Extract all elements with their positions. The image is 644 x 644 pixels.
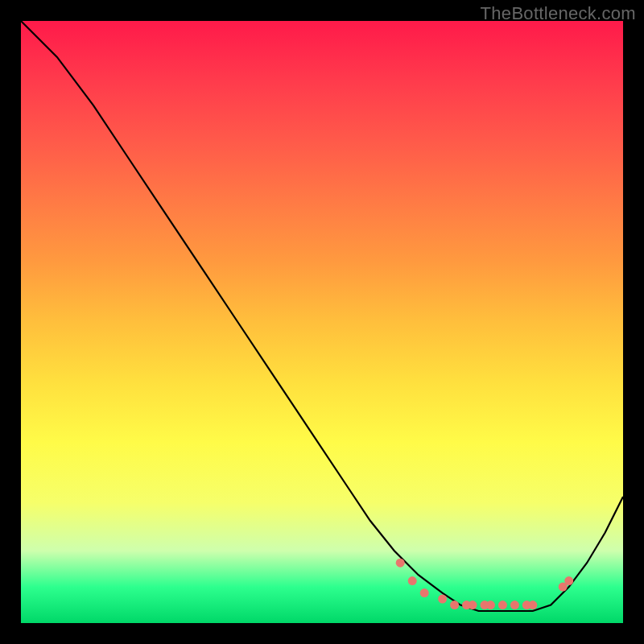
marker-point xyxy=(498,601,507,609)
marker-point xyxy=(420,588,429,597)
curve-svg xyxy=(21,21,623,623)
marker-point xyxy=(408,576,417,585)
chart-container: TheBottleneck.com xyxy=(0,0,644,644)
bottleneck-curve-path xyxy=(21,21,623,611)
marker-point xyxy=(438,595,447,604)
marker-point xyxy=(528,601,537,609)
marker-point xyxy=(510,601,519,609)
highlighted-points xyxy=(396,559,574,609)
watermark-text: TheBottleneck.com xyxy=(481,3,636,24)
plot-area xyxy=(21,21,623,623)
marker-point xyxy=(469,601,477,609)
marker-point xyxy=(396,559,405,568)
marker-point xyxy=(486,601,495,609)
marker-point xyxy=(450,601,459,609)
marker-point xyxy=(564,576,573,585)
